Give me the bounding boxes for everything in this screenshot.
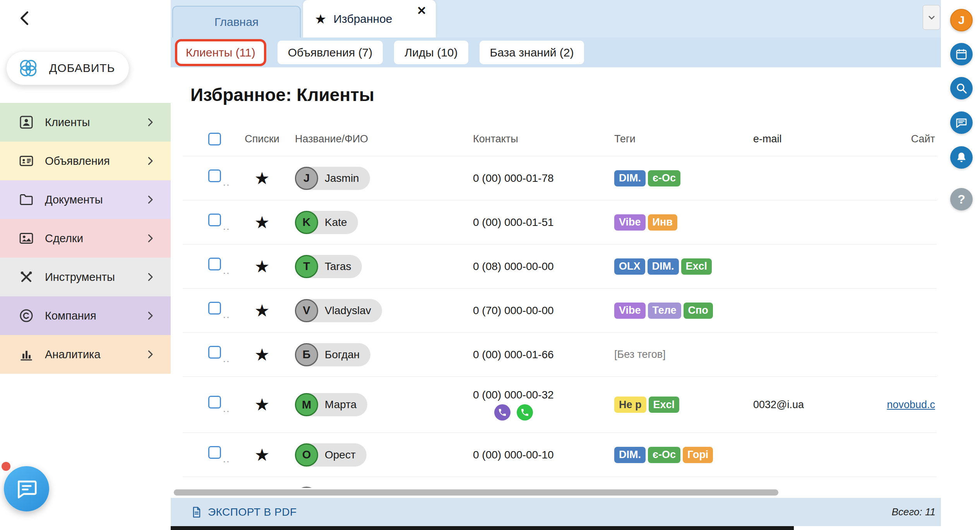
right-rail: J ? [941, 0, 980, 530]
drag-dots: .. [223, 309, 230, 320]
tab-overflow-dropdown[interactable] [923, 5, 940, 30]
client-name: Марта [325, 398, 356, 411]
favorite-star-icon[interactable]: ★ [254, 445, 269, 464]
table-row[interactable]: ..★ББогдан0 (00) 000-01-66[Без тегов] [183, 332, 937, 376]
tag-chip: Горі [683, 447, 713, 463]
search-button[interactable] [950, 77, 973, 99]
tag-chip: OLX [614, 258, 645, 275]
chat-bubble-icon [15, 477, 39, 501]
sidebar-item-company[interactable]: Компания [0, 296, 171, 335]
favorite-star-icon[interactable]: ★ [254, 257, 269, 276]
tab-favorites[interactable]: ★ Избранное ✕ [303, 0, 436, 38]
chat-button[interactable] [950, 111, 973, 134]
clients-icon [19, 115, 34, 130]
chevron-right-icon [144, 116, 156, 128]
sidebar-item-analytics[interactable]: Аналитика [0, 335, 171, 374]
favorite-star-icon[interactable]: ★ [254, 345, 269, 364]
bottom-strip [171, 526, 794, 530]
row-checkbox[interactable] [208, 169, 221, 182]
select-all-checkbox[interactable] [208, 133, 221, 145]
tag-chip: є-Ос [648, 170, 680, 186]
company-icon [19, 308, 34, 323]
phone-number: 0 (00) 000-01-66 [473, 349, 608, 361]
chevron-right-icon [144, 271, 156, 283]
filter-clients[interactable]: Клиенты (11) [175, 39, 266, 66]
scrollbar-thumb[interactable] [174, 489, 778, 496]
column-header-email: e-mail [748, 133, 879, 145]
help-button[interactable]: ? [950, 188, 973, 210]
client-chip[interactable]: ООрест [295, 443, 367, 467]
tags-cell: VibeИнв [608, 214, 748, 231]
tab-home[interactable]: Главная [172, 6, 301, 38]
calendar-button[interactable] [950, 43, 973, 65]
phone-number: 0 (00) 000-00-32 [473, 389, 608, 401]
close-tab-icon[interactable]: ✕ [417, 4, 427, 17]
table-row[interactable]: ..★KKate0 (00) 000-01-51VibeИнв [183, 200, 937, 244]
sidebar-item-deals[interactable]: Сделки [0, 219, 171, 258]
pdf-icon [190, 506, 203, 518]
tab-bar: Главная ★ Избранное ✕ [171, 0, 941, 38]
table-row[interactable] [183, 477, 937, 488]
row-checkbox[interactable] [208, 346, 221, 359]
table-row[interactable]: ..★JJasmin0 (00) 000-01-78DIM.є-Ос [183, 156, 937, 200]
client-chip[interactable]: VVladyslav [295, 299, 382, 322]
user-avatar[interactable]: J [950, 9, 973, 31]
chevron-right-icon [144, 194, 156, 205]
row-checkbox[interactable] [208, 258, 221, 270]
chat-fab-button[interactable] [4, 466, 49, 511]
client-chip[interactable]: TTaras [295, 255, 362, 278]
tag-chip: DIM. [648, 258, 679, 275]
client-name: Kate [325, 216, 347, 229]
sidebar-item-tools[interactable]: Инструменты [0, 258, 171, 296]
row-checkbox[interactable] [208, 396, 221, 409]
tag-chip: Теле [648, 303, 681, 319]
filter-knowledge[interactable]: База знаний (2) [480, 41, 584, 64]
client-chip[interactable] [295, 487, 318, 488]
chat-icon [955, 116, 968, 129]
sidebar-item-ads[interactable]: Объявления [0, 142, 171, 180]
row-checkbox[interactable] [208, 302, 221, 315]
footer-bar: ЭКСПОРТ В PDF Всего: 11 [171, 498, 941, 526]
crm-app: ДОБАВИТЬ КлиентыОбъявленияДокументыСделк… [0, 0, 980, 530]
sidebar-menu: КлиентыОбъявленияДокументыСделкиИнструме… [0, 103, 171, 374]
drag-dots: .. [223, 177, 230, 187]
client-chip[interactable]: KKate [295, 211, 358, 234]
avatar: T [295, 255, 318, 278]
export-pdf-button[interactable]: ЭКСПОРТ В PDF [190, 506, 297, 518]
filter-leads[interactable]: Лиды (10) [394, 41, 468, 64]
favorite-star-icon[interactable]: ★ [254, 395, 269, 414]
horizontal-scrollbar[interactable] [174, 489, 794, 496]
favorite-star-icon[interactable]: ★ [254, 301, 269, 320]
tag-chip: Vibe [614, 303, 646, 319]
client-chip[interactable]: JJasmin [295, 167, 370, 190]
phone-number: 0 (08) 000-00-00 [473, 260, 608, 273]
row-checkbox[interactable] [208, 214, 221, 226]
sidebar-item-documents[interactable]: Документы [0, 180, 171, 219]
row-checkbox[interactable] [208, 446, 221, 459]
viber-icon[interactable] [494, 404, 511, 421]
tags-cell: DIM.є-Ос [608, 170, 748, 186]
table-row[interactable]: ..★ММарта0 (00) 000-00-32Не рExcl0032@i.… [183, 376, 937, 433]
filter-bar: Клиенты (11)Объявления (7)Лиды (10)База … [171, 38, 941, 67]
table-row[interactable]: ..★TTaras0 (08) 000-00-00OLXDIM.Excl [183, 244, 937, 288]
main-area: Главная ★ Избранное ✕ Клиенты (11)Объявл… [171, 0, 941, 530]
tag-chip: Инв [648, 214, 677, 231]
client-chip[interactable]: ММарта [295, 393, 367, 416]
tags-cell: DIM.є-ОсГорі [608, 447, 748, 463]
sidebar-item-clients[interactable]: Клиенты [0, 103, 171, 142]
table-row[interactable]: ..★ООрест0 (00) 000-00-10DIM.є-ОсГорі [183, 433, 937, 477]
back-button[interactable] [16, 9, 34, 27]
favorite-star-icon[interactable]: ★ [254, 169, 269, 188]
drag-dots: .. [223, 403, 230, 414]
sidebar-item-label: Объявления [45, 155, 144, 168]
client-chip[interactable]: ББогдан [295, 343, 370, 366]
client-name: Богдан [325, 349, 360, 361]
filter-ads[interactable]: Объявления (7) [278, 41, 383, 64]
tag-chip: DIM. [614, 447, 646, 463]
client-site-link[interactable]: novobud.c [887, 399, 935, 410]
table-row[interactable]: ..★VVladyslav0 (70) 000-00-00VibeТелеСпо [183, 288, 937, 332]
favorite-star-icon[interactable]: ★ [254, 213, 269, 232]
bell-button[interactable] [950, 146, 973, 169]
whatsapp-icon[interactable] [517, 404, 533, 421]
add-button[interactable]: ДОБАВИТЬ [6, 51, 129, 85]
